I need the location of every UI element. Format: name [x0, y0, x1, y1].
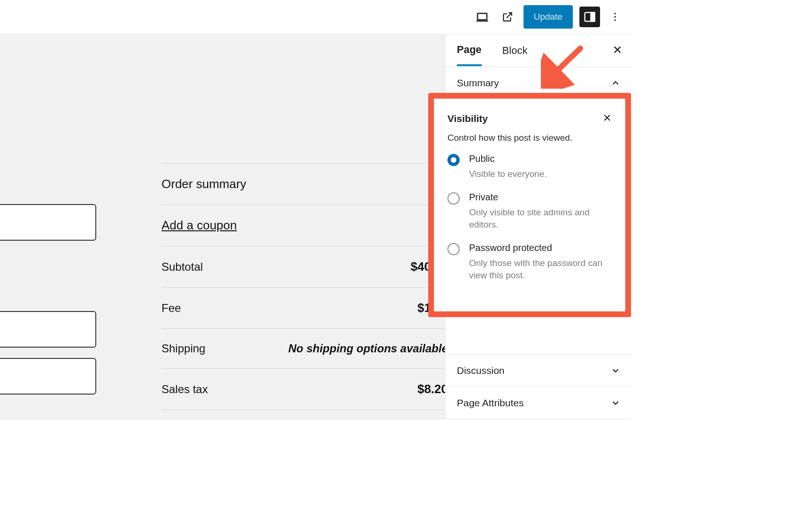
chevron-up-icon [610, 78, 621, 88]
settings-panel-toggle[interactable] [579, 7, 600, 27]
tab-block[interactable]: Block [502, 45, 528, 65]
editor-canvas: Order summary Add a coupon Subtotal $40.… [0, 34, 445, 419]
shipping-value: No shipping options available [288, 342, 445, 355]
close-icon [602, 113, 612, 122]
summary-heading: Summary [457, 77, 499, 89]
shipping-label: Shipping [162, 342, 205, 355]
laptop-icon [475, 10, 489, 24]
option-desc-password: Only those with the password can view th… [469, 257, 612, 282]
svg-rect-2 [591, 13, 594, 22]
visibility-popup-close-button[interactable] [602, 113, 612, 124]
visibility-popup-highlight: Visibility Control how this post is view… [428, 93, 631, 317]
more-options-button[interactable] [607, 8, 624, 25]
add-coupon-row[interactable]: Add a coupon [162, 205, 445, 246]
shipping-row: Shipping No shipping options available [162, 328, 445, 368]
visibility-option-password[interactable]: Password protected Only those with the p… [447, 243, 612, 282]
view-page-button[interactable] [498, 8, 517, 26]
text-input-field[interactable] [0, 204, 96, 241]
sales-tax-label: Sales tax [162, 383, 208, 396]
page-attributes-panel-header[interactable]: Page Attributes [446, 387, 632, 419]
update-button-label: Update [534, 12, 562, 22]
checkout-form-fields [0, 204, 96, 241]
visibility-option-public[interactable]: Public Visible to everyone. [447, 153, 612, 181]
text-input-field[interactable] [0, 311, 96, 348]
svg-point-5 [614, 19, 616, 21]
option-label-public: Public [469, 153, 547, 164]
editor-top-toolbar: Update [0, 0, 632, 34]
option-label-private: Private [469, 192, 612, 203]
svg-point-3 [614, 13, 616, 14]
option-desc-private: Only visible to site admins and editors. [469, 206, 612, 231]
close-sidebar-button[interactable] [612, 45, 623, 57]
kebab-icon [609, 11, 621, 23]
visibility-popup-description: Control how this post is viewed. [447, 133, 612, 143]
radio-private[interactable] [447, 192, 460, 205]
fee-row: Fee $1.00 [162, 287, 445, 328]
visibility-popup-title: Visibility [447, 113, 488, 124]
sales-tax-value: $8.20 [417, 382, 445, 396]
subtotal-label: Subtotal [162, 260, 203, 274]
close-icon [612, 45, 623, 55]
visibility-popup: Visibility Control how this post is view… [434, 99, 625, 312]
page-attributes-label: Page Attributes [457, 397, 524, 409]
device-preview-button[interactable] [473, 8, 492, 26]
sales-tax-row: Sales tax $8.20 [162, 368, 445, 410]
external-link-icon [501, 11, 514, 23]
discussion-panel-header[interactable]: Discussion [446, 355, 632, 387]
sidebar-right-icon [583, 10, 596, 23]
discussion-label: Discussion [457, 365, 505, 376]
visibility-option-private[interactable]: Private Only visible to site admins and … [447, 192, 612, 231]
total-row: Total $49.20 [162, 410, 445, 419]
option-label-password: Password protected [469, 243, 612, 253]
add-coupon-link[interactable]: Add a coupon [162, 218, 237, 233]
update-button[interactable]: Update [524, 5, 573, 29]
chevron-down-icon [610, 365, 621, 376]
fee-label: Fee [162, 302, 181, 315]
order-summary-heading: Order summary [162, 177, 246, 191]
subtotal-row: Subtotal $40.00 [162, 246, 445, 287]
order-summary-header-row[interactable]: Order summary [162, 163, 445, 205]
option-desc-public: Visible to everyone. [469, 168, 547, 181]
tab-page[interactable]: Page [457, 44, 482, 66]
svg-rect-0 [478, 14, 487, 20]
radio-public[interactable] [447, 154, 460, 166]
order-summary-panel: Order summary Add a coupon Subtotal $40.… [162, 163, 445, 419]
svg-point-4 [614, 16, 616, 17]
chevron-down-icon [610, 398, 621, 408]
text-input-field[interactable] [0, 358, 96, 395]
sidebar-tabs: Page Block [446, 34, 632, 67]
radio-password[interactable] [447, 243, 460, 255]
